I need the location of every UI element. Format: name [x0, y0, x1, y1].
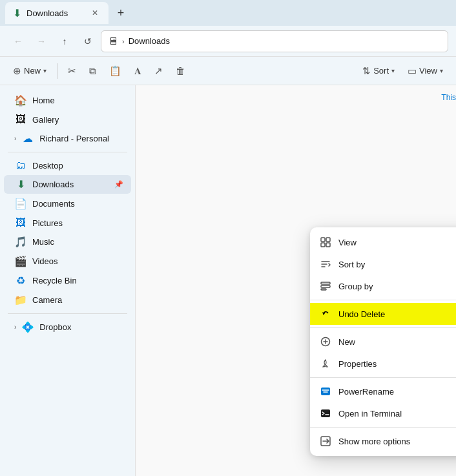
- cut-button[interactable]: ✂: [63, 61, 81, 81]
- content-area: This View ›: [136, 85, 456, 476]
- home-icon: 🏠: [14, 94, 27, 107]
- svg-rect-0: [321, 238, 325, 242]
- sidebar-item-home-label: Home: [32, 96, 123, 105]
- share-icon: ↗: [154, 65, 163, 77]
- downloads-folder-icon: ⬇: [14, 178, 27, 191]
- sidebar-item-downloads[interactable]: ⬇ Downloads 📌: [4, 175, 131, 194]
- new-icon: ⊕: [13, 65, 21, 77]
- sidebar-divider-1: [8, 152, 127, 152]
- navigation-bar: ← → ↑ ↺ 🖥 › Downloads: [0, 26, 456, 57]
- context-properties-label: Properties: [338, 359, 456, 369]
- svg-rect-9: [321, 409, 330, 417]
- address-bar[interactable]: 🖥 › Downloads: [101, 30, 448, 52]
- sidebar-item-videos[interactable]: 🎬 Videos 📌: [4, 252, 131, 271]
- cut-icon: ✂: [68, 65, 76, 77]
- copy-icon: ⧉: [89, 65, 96, 77]
- undo-delete-icon: [319, 307, 332, 320]
- pictures-folder-icon: 🖼: [14, 217, 27, 229]
- sidebar-item-documents[interactable]: 📄 Documents 📌: [4, 194, 131, 213]
- sidebar-item-richard-label: Richard - Personal: [39, 134, 123, 143]
- rename-icon: 𝐀: [134, 65, 141, 77]
- desktop-folder-icon: 🗂: [14, 160, 27, 171]
- new-ctx-icon: [319, 335, 332, 348]
- context-open-terminal-label: Open in Terminal: [338, 409, 456, 419]
- active-tab[interactable]: ⬇ Downloads ✕: [5, 2, 109, 24]
- dropbox-expand-icon: ›: [14, 324, 16, 331]
- forward-button[interactable]: →: [31, 31, 52, 52]
- context-menu-view[interactable]: View ›: [310, 231, 456, 253]
- share-button[interactable]: ↗: [149, 61, 168, 81]
- new-tab-button[interactable]: +: [111, 3, 130, 23]
- context-power-rename-label: PowerRename: [338, 387, 456, 397]
- group-by-icon: [319, 280, 332, 293]
- context-menu-properties[interactable]: Properties Alt+Enter: [310, 353, 456, 375]
- context-menu-sort-by[interactable]: Sort by ›: [310, 253, 456, 275]
- sidebar-item-music[interactable]: 🎵 Music 📌: [4, 233, 131, 251]
- sidebar-item-home[interactable]: 🏠 Home: [4, 91, 131, 110]
- cloud-icon: ☁: [21, 132, 34, 145]
- expand-icon: ›: [14, 135, 16, 142]
- context-undo-delete-label: Undo Delete: [338, 309, 456, 319]
- context-show-more-label: Show more options: [338, 437, 456, 446]
- context-menu-overlay[interactable]: View › Sort by ›: [136, 85, 456, 476]
- back-button[interactable]: ←: [8, 31, 28, 52]
- context-menu: View › Sort by ›: [310, 227, 456, 456]
- documents-folder-icon: 📄: [14, 198, 27, 210]
- view-grid-icon: [319, 236, 332, 249]
- sidebar-item-camera[interactable]: 📁 Camera: [4, 291, 131, 309]
- recycle-bin-icon: ♻: [14, 274, 27, 287]
- sort-button[interactable]: ⇅ Sort ▾: [357, 61, 400, 81]
- toolbar-separator-1: [57, 63, 57, 79]
- context-menu-group-by[interactable]: Group by ›: [310, 275, 456, 297]
- context-menu-undo-delete[interactable]: Undo Delete Ctrl+Z: [310, 303, 456, 325]
- music-folder-icon: 🎵: [14, 236, 27, 248]
- svg-rect-8: [321, 388, 330, 395]
- sidebar-item-gallery[interactable]: 🖼 Gallery: [4, 110, 131, 129]
- context-view-label: View: [338, 238, 456, 247]
- refresh-button[interactable]: ↺: [78, 31, 98, 52]
- rename-button[interactable]: 𝐀: [129, 61, 147, 81]
- sidebar-item-dropbox[interactable]: › 💠 Dropbox: [4, 318, 131, 336]
- sidebar-item-pictures[interactable]: 🖼 Pictures 📌: [4, 214, 131, 232]
- sort-icon: ⇅: [362, 65, 371, 77]
- delete-icon: 🗑: [176, 65, 185, 76]
- context-sort-by-label: Sort by: [338, 260, 456, 269]
- sidebar-item-dropbox-label: Dropbox: [39, 322, 123, 332]
- sort-chevron-icon: ▾: [391, 67, 395, 74]
- view-button[interactable]: ▭ View ▾: [402, 61, 448, 81]
- context-new-label: New: [338, 337, 456, 347]
- delete-button[interactable]: 🗑: [171, 61, 191, 81]
- power-rename-icon: [319, 385, 332, 398]
- context-menu-new[interactable]: New ›: [310, 331, 456, 353]
- svg-rect-6: [321, 289, 326, 290]
- context-menu-show-more[interactable]: Show more options: [310, 430, 456, 452]
- context-separator-2: [310, 327, 456, 328]
- sidebar: 🏠 Home 🖼 Gallery › ☁ Richard - Personal …: [0, 85, 136, 476]
- svg-rect-2: [321, 243, 325, 247]
- monitor-icon: 🖥: [108, 36, 118, 47]
- context-menu-open-terminal[interactable]: Open in Terminal: [310, 402, 456, 424]
- gallery-icon: 🖼: [14, 114, 27, 125]
- pin-icon-downloads: 📌: [114, 180, 123, 189]
- sidebar-item-desktop[interactable]: 🗂 Desktop 📌: [4, 156, 131, 174]
- view-icon: ▭: [408, 65, 417, 77]
- copy-button[interactable]: ⧉: [84, 61, 101, 81]
- sidebar-item-music-label: Music: [32, 237, 109, 247]
- paste-button[interactable]: 📋: [104, 61, 127, 81]
- address-text: Downloads: [129, 36, 170, 46]
- videos-folder-icon: 🎬: [14, 255, 27, 267]
- dropbox-icon: 💠: [21, 321, 34, 333]
- sidebar-item-videos-label: Videos: [32, 256, 109, 266]
- address-chevron-icon: ›: [122, 37, 125, 45]
- view-chevron-icon: ▾: [440, 67, 443, 74]
- tab-close-button[interactable]: ✕: [89, 7, 101, 19]
- up-button[interactable]: ↑: [54, 31, 75, 52]
- sidebar-item-recycle-bin[interactable]: ♻ Recycle Bin 📌: [4, 271, 131, 290]
- context-menu-power-rename[interactable]: PowerRename: [310, 380, 456, 402]
- main-area: 🏠 Home 🖼 Gallery › ☁ Richard - Personal …: [0, 85, 456, 476]
- sidebar-item-richard[interactable]: › ☁ Richard - Personal: [4, 129, 131, 148]
- sidebar-item-gallery-label: Gallery: [32, 115, 123, 125]
- sidebar-item-recycle-bin-label: Recycle Bin: [32, 276, 109, 285]
- context-separator-4: [310, 427, 456, 428]
- new-button[interactable]: ⊕ New ▾: [8, 61, 52, 81]
